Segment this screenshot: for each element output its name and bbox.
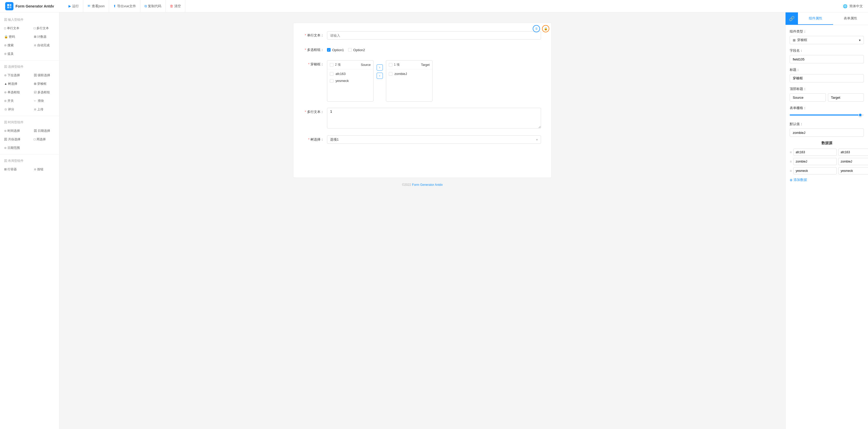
right-panel-header: 🔗 组件属性 表单属性: [785, 12, 868, 25]
eye-icon: 👁: [87, 4, 91, 8]
transfer-target-body: zombieJ: [386, 69, 432, 78]
transfer-arrow-left[interactable]: ‹: [377, 72, 383, 79]
nav-clear[interactable]: 🗑 清空: [166, 0, 185, 12]
transfer-control: 2 项 Source afc163 yesmeck: [327, 60, 541, 101]
default-value-input[interactable]: [790, 128, 864, 137]
top-title-source-input[interactable]: [790, 93, 826, 101]
textarea-input[interactable]: 1: [327, 108, 541, 128]
transfer-source-count: 2 项: [335, 63, 359, 67]
transfer-arrow-right[interactable]: ›: [377, 64, 383, 70]
sidebar-item-week-picker[interactable]: □ 周选择: [30, 135, 59, 144]
sidebar-item-rate[interactable]: ☆ 评分: [0, 105, 30, 114]
data-value-input-3[interactable]: [838, 167, 868, 175]
sidebar-section-time: 囯 时间型组件: [0, 118, 59, 127]
sidebar-item-switch[interactable]: ⊙ 开关: [0, 97, 30, 105]
plus-icon: ⊕: [790, 178, 793, 182]
data-key-input-2[interactable]: [793, 158, 837, 165]
component-type-value: 穿梭框: [797, 38, 807, 42]
nav-json-label: 查看json: [92, 4, 105, 8]
data-key-input-3[interactable]: [793, 167, 837, 175]
nav-export-label: 导出vue文件: [117, 4, 136, 8]
sidebar-section-select: 囯 选择型组件: [0, 63, 59, 71]
transfer-item-zombiej[interactable]: zombieJ: [386, 70, 432, 77]
canvas-actions: ① 🔒: [533, 25, 549, 32]
tree-select-arrow-icon: ▾: [536, 138, 538, 142]
transfer-item-check-3: [389, 72, 392, 76]
sidebar-item-slider[interactable]: ← 滑块: [30, 97, 59, 105]
sidebar-item-upload[interactable]: ⊙ 上传: [30, 105, 59, 114]
add-data-button[interactable]: ⊕ 添加数据: [790, 177, 864, 183]
sidebar-item-cascader[interactable]: 囯 级联选择: [30, 71, 59, 80]
sidebar-item-date-picker[interactable]: 囯 日期选择: [30, 127, 59, 135]
form-grid-slider-thumb[interactable]: [859, 113, 862, 117]
sidebar-item-multi-text[interactable]: □ 多行文本: [30, 24, 59, 33]
single-text-row: * 单行文本：: [304, 31, 541, 39]
checkbox-row: * 多选框组： ✓ Option1 Option2: [304, 46, 541, 54]
sidebar-item-counter[interactable]: ⊞ 计数器: [30, 33, 59, 41]
sidebar-item-transfer[interactable]: ⊞ 穿梭框: [30, 80, 59, 88]
transfer-source-check[interactable]: [330, 63, 334, 67]
move-up-button[interactable]: ①: [533, 25, 540, 32]
sidebar-item-date-range[interactable]: ⊙ 日期范围: [0, 144, 59, 152]
nav-copy-label: 复制代码: [148, 4, 161, 8]
checkbox-control: ✓ Option1 Option2: [327, 46, 541, 54]
transfer-item-afc163[interactable]: afc163: [327, 70, 373, 77]
canvas: ① 🔒 * 单行文本： * 多选框组：: [59, 12, 785, 429]
component-type-arrow-icon: ▾: [859, 38, 861, 42]
footer-link[interactable]: Form Generator Antdv: [412, 183, 443, 187]
sidebar-item-checkbox-group[interactable]: ☑ 多选框组: [30, 88, 59, 97]
data-value-input-1[interactable]: [838, 149, 868, 156]
sidebar-item-single-text[interactable]: □ 单行文本: [0, 24, 30, 33]
field-name-input[interactable]: [790, 55, 864, 63]
sidebar-item-search[interactable]: ⊙ 搜索: [0, 41, 30, 50]
sidebar-item-time-picker[interactable]: ⊙ 时间选择: [0, 127, 30, 135]
nav-export-vue[interactable]: ⬆ 导出vue文件: [109, 0, 141, 12]
drag-handle-3[interactable]: ≡: [790, 169, 792, 173]
single-text-label: * 单行文本：: [304, 31, 327, 39]
transfer-wrapper: 2 项 Source afc163 yesmeck: [327, 60, 541, 101]
sidebar-item-container[interactable]: ⊞ 行容器: [0, 165, 30, 174]
sidebar-item-autocomplete[interactable]: ⊙ 自动完成: [30, 41, 59, 50]
data-value-input-2[interactable]: [838, 158, 868, 165]
nav-copy-code[interactable]: ⧉ 复制代码: [141, 0, 166, 12]
tree-select-input[interactable]: 选项1 ▾: [327, 135, 541, 144]
lock-button[interactable]: 🔒: [542, 25, 549, 32]
checkbox-option2[interactable]: Option2: [348, 48, 365, 52]
transfer-row: * 穿梭框： 2 项 Source: [304, 60, 541, 101]
drag-handle-2[interactable]: ≡: [790, 159, 792, 163]
component-type-select[interactable]: ⊞ 穿梭框 ▾: [790, 36, 864, 44]
top-title-target-input[interactable]: [828, 93, 864, 101]
single-text-control: [327, 31, 541, 39]
logo: Form Generator Antdv: [5, 2, 54, 10]
tab-component-props[interactable]: 组件属性: [798, 12, 833, 25]
transfer-source-header: 2 项 Source: [327, 60, 373, 69]
transfer-source-title: Source: [361, 63, 371, 67]
sidebar-item-radio-group[interactable]: ⊙ 单选框组: [0, 88, 30, 97]
transfer-target-title: Target: [421, 63, 430, 67]
sidebar-item-mention[interactable]: ⊙ 提及: [0, 50, 59, 58]
tree-select-value: 选项1: [330, 137, 339, 142]
checkbox-option1[interactable]: ✓ Option1: [327, 48, 344, 52]
transfer-item-yesmeck[interactable]: yesmeck: [327, 77, 373, 84]
sidebar-item-month-picker[interactable]: 囯 月份选择: [0, 135, 30, 144]
nav-view-json[interactable]: 👁 查看json: [83, 0, 109, 12]
language-label[interactable]: 简体中文: [849, 4, 863, 8]
nav-run[interactable]: ▶ 运行: [64, 0, 83, 12]
transfer-target-check[interactable]: [389, 63, 392, 67]
field-name-label: 字段名：: [790, 48, 864, 53]
sidebar-item-button[interactable]: ⊙ 按钮: [30, 165, 59, 174]
upload-icon: ⬆: [113, 4, 116, 8]
sidebar-item-dropdown[interactable]: ⊙ 下拉选择: [0, 71, 30, 80]
top-title-section: 顶部标题：: [790, 87, 864, 101]
single-text-input[interactable]: [327, 31, 541, 39]
tab-form-props[interactable]: 表单属性: [833, 12, 868, 25]
transfer-item-check-2: [330, 79, 334, 83]
title-input[interactable]: [790, 74, 864, 83]
data-key-input-1[interactable]: [793, 149, 837, 156]
svg-rect-2: [7, 6, 9, 8]
drag-handle-1[interactable]: ≡: [790, 150, 792, 154]
sidebar-item-tree-select[interactable]: ▲ 树选择: [0, 80, 30, 88]
transfer-target-count: 1 项: [394, 63, 420, 67]
sidebar-item-password[interactable]: 🔒 密码: [0, 33, 30, 41]
tree-select-row: * 树选择： 选项1 ▾: [304, 135, 541, 144]
